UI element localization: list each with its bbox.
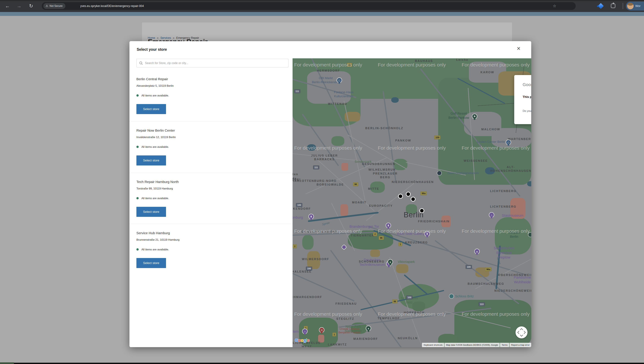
map-label: KAROW bbox=[480, 71, 494, 74]
not-secure-chip[interactable]: ⚠Not Secure bbox=[43, 3, 65, 9]
select-store-button[interactable]: Select store bbox=[136, 155, 166, 165]
store-address: Invalidenstraße 12, 10119 Berlin bbox=[136, 136, 176, 139]
poi-marker-icon bbox=[342, 245, 346, 249]
store-name: Repair Now Berlin Center bbox=[136, 128, 285, 132]
divider bbox=[130, 121, 292, 122]
pan-right-icon[interactable] bbox=[522, 331, 526, 334]
close-icon[interactable]: × bbox=[515, 45, 522, 52]
map-label: WEISSENSEE bbox=[464, 159, 488, 163]
back-icon[interactable]: ← bbox=[4, 3, 11, 10]
map-label: TIERGARTEN bbox=[351, 234, 374, 237]
google-maps-logo[interactable]: Google bbox=[295, 338, 310, 343]
extension-icon[interactable] bbox=[598, 3, 604, 9]
reload-icon[interactable]: ↻ bbox=[28, 3, 35, 10]
error-question: Do you own this website? bbox=[523, 109, 531, 113]
store-name: Service Hub Hamburg bbox=[136, 231, 285, 235]
store-map-marker[interactable] bbox=[406, 192, 411, 197]
store-list-item: Repair Now Berlin Center Invalidenstraße… bbox=[136, 128, 285, 132]
map-label: Stasimuseum bbox=[502, 213, 523, 218]
dev-watermark: For development purposes only bbox=[294, 311, 362, 317]
poi-marker-icon bbox=[437, 171, 442, 175]
pan-down-icon[interactable] bbox=[520, 333, 523, 337]
store-availability: All items are available. bbox=[136, 197, 169, 200]
attribution-link[interactable]: Keyboard shortcuts bbox=[422, 343, 444, 347]
availability-dot-icon bbox=[136, 146, 139, 148]
store-map-marker[interactable] bbox=[398, 194, 403, 199]
dev-watermark: For development purposes only bbox=[294, 62, 362, 68]
road-badge: 109 bbox=[434, 135, 440, 139]
map-label: CKENDORF bbox=[292, 207, 311, 211]
map-label: lem bbox=[293, 329, 298, 334]
map-area-patch bbox=[396, 264, 408, 273]
address-bar[interactable]: ⚠Not Secure yves.eu.spryker.local/DE/en/… bbox=[42, 2, 576, 10]
url-text[interactable]: yves.eu.spryker.local/DE/en/emergency-re… bbox=[80, 2, 144, 10]
map-label: Golf Resort Berlin Pankow bbox=[448, 111, 469, 120]
map-label: PRENZLAUER BERG bbox=[373, 172, 398, 179]
map-label: Spree bbox=[322, 221, 330, 226]
map-canvas[interactable]: HERMSDORFOBI Markt Berlin-ReinickendorfF… bbox=[292, 58, 531, 347]
forward-icon[interactable]: → bbox=[16, 3, 23, 10]
map-label: WILHELMSRUH bbox=[368, 168, 396, 172]
road-badge: 111 bbox=[294, 89, 300, 93]
poi-tree-icon: ♠ bbox=[366, 326, 371, 332]
map-label: SCHMARGENDORF bbox=[292, 295, 322, 299]
road-badge: 96 bbox=[392, 299, 398, 303]
map-label: Parkbühne Wuhlheide bbox=[514, 275, 531, 284]
map-label: MOABIT bbox=[352, 201, 366, 204]
poi-mus-icon: ⌂ bbox=[302, 328, 308, 335]
map-label: TEMPELHOF bbox=[378, 316, 400, 320]
toolbar-separator bbox=[623, 3, 623, 9]
select-store-button[interactable]: Select store bbox=[136, 104, 166, 114]
road-badge: 96a bbox=[485, 267, 492, 271]
map-area-patch bbox=[391, 97, 399, 103]
google-maps-error-dialog: Google This page can't load Google Maps … bbox=[514, 75, 531, 124]
attribution-link[interactable]: Terms bbox=[500, 343, 509, 347]
store-list-item: Service Hub Hamburg Brunnenstraße 21, 10… bbox=[136, 231, 285, 235]
map-label: Zeiss-Großplanetarium bbox=[448, 171, 479, 175]
map-area-patch bbox=[342, 163, 348, 171]
road-badge: 2 bbox=[293, 244, 297, 248]
pan-up-icon[interactable] bbox=[520, 328, 523, 331]
store-address: Alexanderplatz 5, 10119 Berlin bbox=[136, 84, 174, 88]
profile-name: Wor bbox=[635, 2, 640, 11]
store-list-item: Berlin Central Repair Alexanderplatz 5, … bbox=[136, 77, 285, 81]
poi-rook-icon: ♜ bbox=[308, 214, 314, 220]
road-badge: 2 bbox=[373, 232, 377, 236]
road-badge: 96 bbox=[353, 182, 358, 186]
search-input[interactable] bbox=[145, 59, 286, 67]
select-store-button[interactable]: Select store bbox=[136, 258, 166, 268]
map-label: WARTENBERG bbox=[508, 137, 531, 141]
store-search-field[interactable] bbox=[136, 59, 288, 67]
error-message: This page can't load Google Maps correct… bbox=[523, 95, 531, 99]
store-map-marker[interactable] bbox=[420, 208, 424, 213]
select-store-button[interactable]: Select store bbox=[136, 207, 166, 217]
dev-watermark: For development purposes only bbox=[378, 228, 446, 234]
map-label: NEUKÖLLN bbox=[398, 336, 418, 340]
map-label: Fontane-Haus Kulturzentrum bbox=[334, 90, 354, 98]
availability-dot-icon bbox=[136, 94, 139, 97]
map-label: arten bbox=[292, 172, 298, 176]
profile-button[interactable]: Wor bbox=[626, 2, 644, 11]
map-label: BORSIGWALDE bbox=[316, 183, 344, 187]
map-label: SCHÖNEBERG bbox=[359, 260, 384, 264]
map-label: Leiche bbox=[456, 58, 468, 62]
pan-left-icon[interactable] bbox=[517, 331, 520, 334]
map-label: EUROPACITY bbox=[369, 204, 393, 208]
map-label: PANKOW bbox=[395, 139, 411, 142]
map-pan-control[interactable] bbox=[516, 326, 528, 338]
poi-H-icon: H bbox=[319, 327, 324, 333]
extensions-puzzle-icon[interactable] bbox=[611, 4, 615, 8]
map-area-patch bbox=[302, 235, 314, 250]
bookmark-star-icon[interactable]: ☆ bbox=[553, 2, 556, 10]
map-label: Brandenburger Tor bbox=[349, 224, 379, 229]
map-label: WILMERSDORF bbox=[302, 257, 329, 261]
dev-watermark: For development purposes only bbox=[378, 62, 446, 68]
poi-mon-icon: ▲ bbox=[474, 249, 480, 255]
dev-watermark: For development purposes only bbox=[378, 145, 446, 151]
avatar bbox=[627, 3, 634, 9]
map-label: Schillerpark bbox=[355, 159, 372, 164]
divider bbox=[130, 224, 292, 224]
availability-dot-icon bbox=[136, 197, 139, 199]
store-map-marker[interactable] bbox=[411, 197, 416, 202]
attribution-link[interactable]: Report a map error bbox=[510, 343, 531, 347]
